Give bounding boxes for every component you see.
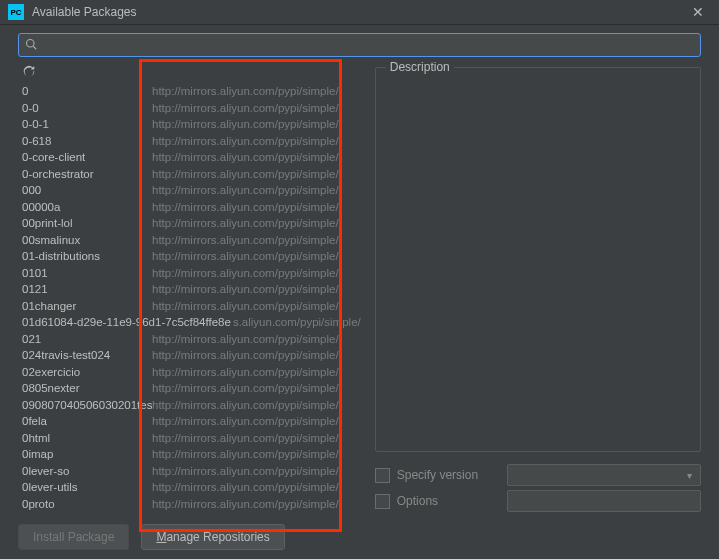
options-input[interactable]: [507, 490, 701, 512]
package-repo: http://mirrors.aliyun.com/pypi/simple/: [152, 102, 361, 114]
package-row[interactable]: 0-0-1http://mirrors.aliyun.com/pypi/simp…: [18, 116, 361, 133]
package-name: 0imap: [22, 448, 152, 460]
package-repo: http://mirrors.aliyun.com/pypi/simple/: [152, 366, 361, 378]
package-repo: http://mirrors.aliyun.com/pypi/simple/: [152, 300, 361, 312]
package-row[interactable]: 00smalinuxhttp://mirrors.aliyun.com/pypi…: [18, 232, 361, 249]
package-repo: http://mirrors.aliyun.com/pypi/simple/: [152, 465, 361, 477]
package-name: 024travis-test024: [22, 349, 152, 361]
package-repo: s.aliyun.com/pypi/simple/: [233, 316, 361, 328]
package-repo: http://mirrors.aliyun.com/pypi/simple/: [152, 168, 361, 180]
package-row[interactable]: 0http://mirrors.aliyun.com/pypi/simple/: [18, 83, 361, 100]
pycharm-icon: PC: [8, 4, 24, 20]
close-icon: ✕: [692, 4, 704, 20]
package-row[interactable]: 0101http://mirrors.aliyun.com/pypi/simpl…: [18, 265, 361, 282]
close-button[interactable]: ✕: [683, 0, 713, 24]
package-row[interactable]: 0-core-clienthttp://mirrors.aliyun.com/p…: [18, 149, 361, 166]
package-name: 0-core-client: [22, 151, 152, 163]
package-repo: http://mirrors.aliyun.com/pypi/simple/: [152, 283, 361, 295]
package-name: 000: [22, 184, 152, 196]
refresh-button[interactable]: [18, 63, 361, 83]
package-name: 090807040506030201testpip: [22, 399, 152, 411]
package-repo: http://mirrors.aliyun.com/pypi/simple/: [152, 432, 361, 444]
package-repo: http://mirrors.aliyun.com/pypi/simple/: [152, 201, 361, 213]
package-repo: http://mirrors.aliyun.com/pypi/simple/: [152, 333, 361, 345]
package-repo: http://mirrors.aliyun.com/pypi/simple/: [152, 184, 361, 196]
package-name: 0-618: [22, 135, 152, 147]
package-name: 00000a: [22, 201, 152, 213]
package-row[interactable]: 0-orchestratorhttp://mirrors.aliyun.com/…: [18, 166, 361, 183]
package-repo: http://mirrors.aliyun.com/pypi/simple/: [152, 399, 361, 411]
package-row[interactable]: 024travis-test024http://mirrors.aliyun.c…: [18, 347, 361, 364]
package-row[interactable]: 01d61084-d29e-11e9-96d1-7c5cf84ffe8e s.a…: [18, 314, 361, 331]
package-name: 0121: [22, 283, 152, 295]
package-name: 0lever-utils: [22, 481, 152, 493]
package-name: 0-0-1: [22, 118, 152, 130]
package-repo: http://mirrors.aliyun.com/pypi/simple/: [152, 415, 361, 427]
package-row[interactable]: 000http://mirrors.aliyun.com/pypi/simple…: [18, 182, 361, 199]
specify-version-label: Specify version: [397, 468, 507, 482]
package-row[interactable]: 0felahttp://mirrors.aliyun.com/pypi/simp…: [18, 413, 361, 430]
package-row[interactable]: 01changerhttp://mirrors.aliyun.com/pypi/…: [18, 298, 361, 315]
package-repo: http://mirrors.aliyun.com/pypi/simple/: [152, 250, 361, 262]
package-name: 0-orchestrator: [22, 168, 152, 180]
package-row[interactable]: 0121http://mirrors.aliyun.com/pypi/simpl…: [18, 281, 361, 298]
package-repo: http://mirrors.aliyun.com/pypi/simple/: [152, 498, 361, 510]
options-label: Options: [397, 494, 507, 508]
package-name: 0lever-so: [22, 465, 152, 477]
package-name: 0: [22, 85, 152, 97]
specify-version-select[interactable]: [507, 464, 701, 486]
package-name: 021: [22, 333, 152, 345]
package-row[interactable]: 021http://mirrors.aliyun.com/pypi/simple…: [18, 331, 361, 348]
package-row[interactable]: 0-618http://mirrors.aliyun.com/pypi/simp…: [18, 133, 361, 150]
refresh-icon: [22, 65, 36, 82]
description-label: Description: [386, 60, 454, 74]
titlebar: PC Available Packages ✕: [0, 0, 719, 25]
package-name: 0fela: [22, 415, 152, 427]
search-input-container[interactable]: [18, 33, 701, 57]
package-name: 01-distributions: [22, 250, 152, 262]
package-name: 00print-lol: [22, 217, 152, 229]
package-repo: http://mirrors.aliyun.com/pypi/simple/: [152, 234, 361, 246]
svg-line-1: [33, 46, 36, 49]
package-repo: http://mirrors.aliyun.com/pypi/simple/: [152, 448, 361, 460]
package-name: 0-0: [22, 102, 152, 114]
manage-repositories-button[interactable]: Manage Repositories: [141, 524, 284, 550]
package-repo: http://mirrors.aliyun.com/pypi/simple/: [152, 151, 361, 163]
package-name: 00smalinux: [22, 234, 152, 246]
package-row[interactable]: 0imaphttp://mirrors.aliyun.com/pypi/simp…: [18, 446, 361, 463]
package-row[interactable]: 01-distributionshttp://mirrors.aliyun.co…: [18, 248, 361, 265]
package-repo: http://mirrors.aliyun.com/pypi/simple/: [152, 118, 361, 130]
search-input[interactable]: [41, 37, 694, 53]
package-row[interactable]: 0805nexterhttp://mirrors.aliyun.com/pypi…: [18, 380, 361, 397]
specify-version-checkbox[interactable]: [375, 468, 390, 483]
available-packages-dialog: PC Available Packages ✕ 0http://mirrors.…: [0, 0, 719, 559]
package-name: 01changer: [22, 300, 152, 312]
description-panel: Description: [375, 67, 701, 452]
package-row[interactable]: 00000ahttp://mirrors.aliyun.com/pypi/sim…: [18, 199, 361, 216]
package-row[interactable]: 090807040506030201testpiphttp://mirrors.…: [18, 397, 361, 414]
install-package-button[interactable]: Install Package: [18, 524, 129, 550]
package-name: 02exercicio: [22, 366, 152, 378]
package-row[interactable]: 00print-lolhttp://mirrors.aliyun.com/pyp…: [18, 215, 361, 232]
package-name: 0101: [22, 267, 152, 279]
package-name: 01d61084-d29e-11e9-96d1-7c5cf84ffe8e: [22, 316, 231, 328]
package-name: 0html: [22, 432, 152, 444]
package-repo: http://mirrors.aliyun.com/pypi/simple/: [152, 135, 361, 147]
package-list[interactable]: 0http://mirrors.aliyun.com/pypi/simple/0…: [18, 83, 361, 514]
package-repo: http://mirrors.aliyun.com/pypi/simple/: [152, 85, 361, 97]
package-row[interactable]: 0protohttp://mirrors.aliyun.com/pypi/sim…: [18, 496, 361, 513]
package-row[interactable]: 0htmlhttp://mirrors.aliyun.com/pypi/simp…: [18, 430, 361, 447]
search-icon: [25, 38, 37, 52]
package-repo: http://mirrors.aliyun.com/pypi/simple/: [152, 481, 361, 493]
package-repo: http://mirrors.aliyun.com/pypi/simple/: [152, 217, 361, 229]
package-row[interactable]: 0lever-utilshttp://mirrors.aliyun.com/py…: [18, 479, 361, 496]
package-row[interactable]: 02exerciciohttp://mirrors.aliyun.com/pyp…: [18, 364, 361, 381]
package-name: 0805nexter: [22, 382, 152, 394]
options-checkbox[interactable]: [375, 494, 390, 509]
package-row[interactable]: 0lever-sohttp://mirrors.aliyun.com/pypi/…: [18, 463, 361, 480]
svg-point-0: [27, 40, 35, 48]
package-repo: http://mirrors.aliyun.com/pypi/simple/: [152, 349, 361, 361]
package-repo: http://mirrors.aliyun.com/pypi/simple/: [152, 267, 361, 279]
package-name: 0proto: [22, 498, 152, 510]
package-row[interactable]: 0-0http://mirrors.aliyun.com/pypi/simple…: [18, 100, 361, 117]
